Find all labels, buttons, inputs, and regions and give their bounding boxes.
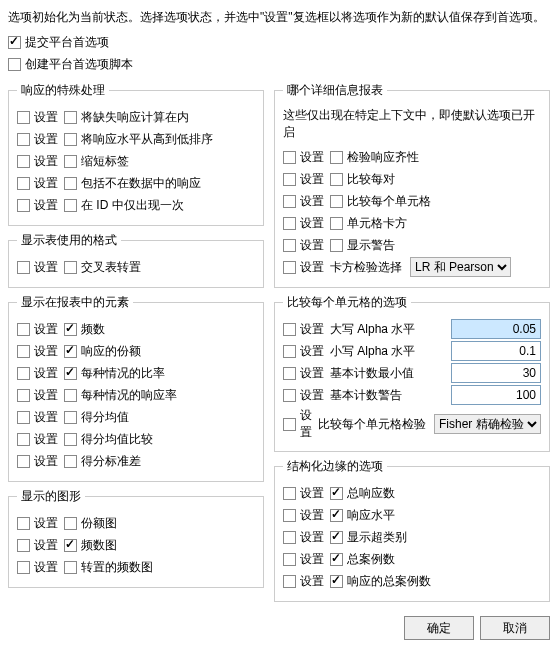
- value-checkbox[interactable]: [64, 111, 77, 124]
- value-checkbox[interactable]: [64, 539, 77, 552]
- value-checkbox[interactable]: [330, 239, 343, 252]
- ok-button[interactable]: 确定: [404, 616, 474, 640]
- set-checkbox[interactable]: [17, 111, 30, 124]
- chi-label: 卡方检验选择: [330, 259, 402, 276]
- set-checkbox[interactable]: [283, 173, 296, 186]
- value-checkbox[interactable]: [330, 531, 343, 544]
- set-label: 设置: [300, 149, 324, 166]
- value-checkbox[interactable]: [64, 389, 77, 402]
- value-checkbox[interactable]: [64, 177, 77, 190]
- set-checkbox[interactable]: [17, 561, 30, 574]
- numeric-input[interactable]: [451, 341, 541, 361]
- cancel-button[interactable]: 取消: [480, 616, 550, 640]
- value-checkbox[interactable]: [64, 517, 77, 530]
- set-checkbox[interactable]: [283, 367, 296, 380]
- chi-set-checkbox[interactable]: [283, 261, 296, 274]
- set-label: 设置: [34, 453, 58, 470]
- group-detail: 哪个详细信息报表 这些仅出现在特定上下文中，即使默认选项已开启 设置检验响应齐性…: [274, 82, 550, 288]
- numeric-row: 设置小写 Alpha 水平: [283, 341, 541, 361]
- value-checkbox[interactable]: [64, 199, 77, 212]
- value-checkbox[interactable]: [64, 155, 77, 168]
- set-checkbox[interactable]: [283, 195, 296, 208]
- set-checkbox[interactable]: [17, 367, 30, 380]
- value-checkbox[interactable]: [64, 455, 77, 468]
- set-checkbox[interactable]: [17, 323, 30, 336]
- value-checkbox[interactable]: [330, 195, 343, 208]
- set-checkbox[interactable]: [283, 487, 296, 500]
- numeric-row: 设置大写 Alpha 水平: [283, 319, 541, 339]
- create-script-checkbox[interactable]: [8, 58, 21, 71]
- option-row: 设置响应的总案例数: [283, 571, 541, 591]
- value-checkbox[interactable]: [330, 509, 343, 522]
- set-checkbox[interactable]: [17, 389, 30, 402]
- value-checkbox[interactable]: [64, 433, 77, 446]
- set-label: 设置: [34, 321, 58, 338]
- value-label: 频数图: [81, 537, 117, 554]
- dialog-buttons: 确定 取消: [8, 616, 550, 640]
- value-checkbox[interactable]: [64, 345, 77, 358]
- cell-test-select[interactable]: Fisher 精确检验: [434, 414, 541, 434]
- numeric-input[interactable]: [451, 385, 541, 405]
- value-label: 单元格卡方: [347, 215, 407, 232]
- value-label: 基本计数警告: [330, 387, 402, 404]
- value-checkbox[interactable]: [64, 411, 77, 424]
- set-checkbox[interactable]: [17, 411, 30, 424]
- value-label: 小写 Alpha 水平: [330, 343, 415, 360]
- set-checkbox[interactable]: [283, 323, 296, 336]
- set-checkbox[interactable]: [283, 217, 296, 230]
- value-checkbox[interactable]: [330, 217, 343, 230]
- value-label: 比较每对: [347, 171, 395, 188]
- set-checkbox[interactable]: [17, 261, 30, 274]
- set-checkbox[interactable]: [17, 455, 30, 468]
- group-graphs: 显示的图形 设置份额图设置频数图设置转置的频数图: [8, 488, 264, 588]
- set-checkbox[interactable]: [17, 539, 30, 552]
- value-checkbox[interactable]: [64, 323, 77, 336]
- set-checkbox[interactable]: [17, 133, 30, 146]
- value-checkbox[interactable]: [330, 553, 343, 566]
- numeric-input[interactable]: [451, 363, 541, 383]
- set-label: 设置: [34, 197, 58, 214]
- value-label: 显示超类别: [347, 529, 407, 546]
- set-checkbox[interactable]: [17, 199, 30, 212]
- chi-select[interactable]: LR 和 Pearson: [410, 257, 511, 277]
- submit-pref-checkbox[interactable]: [8, 36, 21, 49]
- option-row: 设置在 ID 中仅出现一次: [17, 195, 255, 215]
- set-checkbox[interactable]: [283, 531, 296, 544]
- group-struct-legend: 结构化边缘的选项: [283, 458, 387, 475]
- value-checkbox[interactable]: [330, 487, 343, 500]
- value-label: 频数: [81, 321, 105, 338]
- set-checkbox[interactable]: [283, 509, 296, 522]
- cell-test-set-checkbox[interactable]: [283, 418, 296, 431]
- numeric-input[interactable]: [451, 319, 541, 339]
- create-script-label: 创建平台首选项脚本: [25, 56, 133, 73]
- value-checkbox[interactable]: [64, 561, 77, 574]
- value-label: 每种情况的响应率: [81, 387, 177, 404]
- value-label: 检验响应齐性: [347, 149, 419, 166]
- value-checkbox[interactable]: [330, 575, 343, 588]
- value-label: 在 ID 中仅出现一次: [81, 197, 184, 214]
- set-checkbox[interactable]: [17, 517, 30, 530]
- set-label: 设置: [300, 529, 324, 546]
- value-label: 将响应水平从高到低排序: [81, 131, 213, 148]
- set-checkbox[interactable]: [283, 553, 296, 566]
- set-checkbox[interactable]: [17, 433, 30, 446]
- set-checkbox[interactable]: [283, 239, 296, 252]
- set-checkbox[interactable]: [283, 345, 296, 358]
- value-checkbox[interactable]: [330, 173, 343, 186]
- option-row: 设置显示警告: [283, 235, 541, 255]
- right-column: 哪个详细信息报表 这些仅出现在特定上下文中，即使默认选项已开启 设置检验响应齐性…: [274, 82, 550, 608]
- numeric-row: 设置基本计数警告: [283, 385, 541, 405]
- set-checkbox[interactable]: [283, 389, 296, 402]
- submit-pref-label: 提交平台首选项: [25, 34, 109, 51]
- set-checkbox[interactable]: [17, 155, 30, 168]
- value-checkbox[interactable]: [64, 261, 77, 274]
- set-checkbox[interactable]: [17, 345, 30, 358]
- set-checkbox[interactable]: [283, 575, 296, 588]
- set-checkbox[interactable]: [283, 151, 296, 164]
- value-label: 转置的频数图: [81, 559, 153, 576]
- value-checkbox[interactable]: [330, 151, 343, 164]
- value-checkbox[interactable]: [64, 133, 77, 146]
- cell-test-label: 比较每个单元格检验: [318, 416, 426, 433]
- value-checkbox[interactable]: [64, 367, 77, 380]
- set-checkbox[interactable]: [17, 177, 30, 190]
